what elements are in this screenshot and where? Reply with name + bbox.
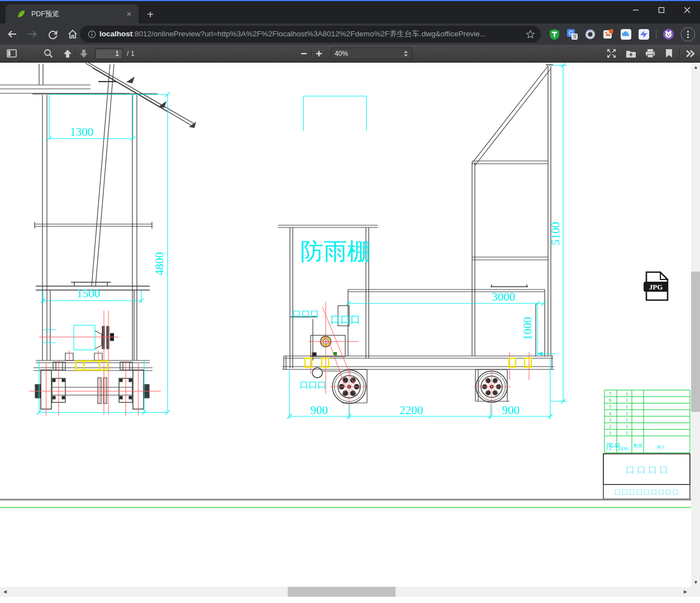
dim-900-right: 900 bbox=[502, 403, 520, 417]
next-page-button[interactable] bbox=[79, 47, 88, 60]
bom-row-qty: 1 bbox=[626, 404, 628, 410]
tampermonkey-extension-icon[interactable] bbox=[549, 29, 560, 40]
url-text: localhost:8012/onlinePreview?url=http%3A… bbox=[99, 29, 522, 39]
bird-extension-icon[interactable] bbox=[638, 29, 650, 40]
site-info-icon[interactable] bbox=[88, 30, 96, 39]
shed-label: 防雨棚 bbox=[300, 239, 370, 264]
new-tab-button[interactable]: + bbox=[143, 8, 158, 22]
pdf-viewer-toolbar: / 1 40% bbox=[0, 45, 700, 63]
print-button[interactable] bbox=[645, 47, 655, 60]
bom-row-no: 3 bbox=[609, 417, 612, 422]
scroll-right-arrow[interactable]: ► bbox=[683, 589, 688, 595]
maximize-button[interactable] bbox=[649, 1, 674, 19]
jpg-badge-label: JPG bbox=[649, 283, 663, 291]
page-number-input[interactable] bbox=[95, 48, 123, 59]
dim-1300: 1300 bbox=[70, 125, 93, 139]
component-label-1: 口口口 bbox=[292, 309, 319, 319]
extensions-row: G bbox=[549, 26, 696, 42]
bom-row-no: 5 bbox=[609, 404, 612, 410]
spring-leaf-favicon bbox=[17, 10, 26, 18]
dim-1500: 1500 bbox=[77, 287, 100, 300]
dim-4800: 4800 bbox=[153, 252, 166, 276]
tab-pdf-preview[interactable]: PDF预览 × bbox=[6, 4, 139, 23]
browser-menu-button[interactable] bbox=[680, 29, 696, 40]
vertical-scrollbar[interactable]: ▲ ▼ bbox=[691, 63, 700, 587]
dim-2200: 2200 bbox=[399, 403, 423, 417]
url-bar[interactable]: localhost:8012/onlinePreview?url=http%3A… bbox=[80, 26, 541, 42]
find-button[interactable] bbox=[44, 47, 53, 60]
sidebar-toggle-button[interactable] bbox=[7, 47, 17, 60]
bom-row-no: 2 bbox=[609, 424, 612, 429]
horizontal-scroll-thumb[interactable] bbox=[288, 587, 396, 597]
previous-page-button[interactable] bbox=[63, 47, 72, 60]
home-button[interactable] bbox=[65, 26, 80, 42]
component-label-3: 口口口 bbox=[299, 380, 326, 390]
dim-1000: 1000 bbox=[521, 317, 534, 340]
bom-row-no: 7 bbox=[609, 391, 612, 397]
bookmark-button[interactable] bbox=[665, 47, 673, 60]
zoom-in-button[interactable] bbox=[315, 47, 323, 60]
dim-3000: 3000 bbox=[492, 290, 515, 303]
tab-strip: PDF预览 × + bbox=[0, 1, 700, 23]
window-controls bbox=[623, 1, 700, 20]
close-window-button[interactable] bbox=[674, 1, 700, 19]
drawing-footer-text: 口口口口口口口口口 bbox=[615, 488, 680, 496]
bom-row-no: 6 bbox=[609, 397, 612, 403]
tab-close-icon[interactable]: × bbox=[124, 9, 134, 19]
toolbar-separator bbox=[679, 49, 680, 58]
presentation-mode-button[interactable] bbox=[607, 47, 616, 60]
tab-title: PDF预览 bbox=[31, 10, 124, 19]
bom-row-qty: 1 bbox=[626, 391, 628, 397]
jpg-file-icon: JPG bbox=[644, 272, 668, 300]
browser-toolbar: localhost:8012/onlinePreview?url=http%3A… bbox=[0, 23, 700, 45]
component-label-2: 口口口 bbox=[330, 314, 360, 325]
bom-header-name: 名称 bbox=[620, 447, 628, 451]
dim-5100: 5100 bbox=[549, 222, 562, 245]
cad-drawing: 1300 4800 1500 5100 3000 1000 900 2200 9… bbox=[0, 63, 691, 587]
scroll-down-arrow[interactable]: ▼ bbox=[693, 580, 698, 585]
url-host: localhost bbox=[99, 30, 132, 38]
ring-extension-icon[interactable] bbox=[584, 29, 596, 40]
zoom-out-button[interactable] bbox=[300, 47, 308, 60]
bom-header-no: 序号 bbox=[606, 442, 621, 451]
bom-row-qty: 1 bbox=[626, 424, 628, 429]
bom-row-no: 4 bbox=[609, 411, 612, 416]
scrollbar-corner bbox=[691, 587, 700, 597]
toolbar-separator bbox=[311, 49, 312, 58]
open-file-button[interactable] bbox=[626, 47, 636, 60]
cloud-extension-icon[interactable] bbox=[620, 29, 632, 40]
zoom-select[interactable]: 40% bbox=[331, 48, 412, 59]
dim-900-left: 900 bbox=[310, 403, 328, 417]
vertical-scroll-thumb[interactable] bbox=[691, 272, 700, 412]
profile-avatar[interactable] bbox=[663, 29, 674, 40]
forward-button[interactable] bbox=[25, 26, 40, 42]
back-button[interactable] bbox=[4, 26, 20, 42]
translate-extension-icon[interactable]: G bbox=[566, 29, 578, 40]
bom-row-qty: 1 bbox=[626, 417, 628, 422]
drawing-title-text: 口口口口 bbox=[626, 465, 670, 474]
horizontal-scrollbar[interactable]: ◄ ► bbox=[0, 587, 691, 597]
browser-window: PDF预览 × + bbox=[0, 0, 700, 603]
bom-header-qty: 数量 bbox=[634, 443, 642, 448]
url-path: :8012/onlinePreview?url=http%3A%2F%2Floc… bbox=[132, 30, 486, 38]
scroll-up-arrow[interactable]: ▲ bbox=[693, 65, 698, 69]
zoom-value: 40% bbox=[335, 50, 403, 58]
scroll-left-arrow[interactable]: ◄ bbox=[2, 589, 8, 595]
bookmark-star-icon[interactable] bbox=[526, 30, 535, 39]
bom-row-qty: 1 bbox=[626, 411, 628, 416]
bom-header-note: 备注 bbox=[657, 444, 665, 449]
select-spinner-icon bbox=[403, 50, 408, 57]
pdf-page-view: 1300 4800 1500 5100 3000 1000 900 2200 9… bbox=[0, 63, 700, 603]
reload-button[interactable] bbox=[45, 26, 60, 42]
page-count-label: / 1 bbox=[127, 50, 135, 58]
bom-row-no: 1 bbox=[609, 430, 612, 436]
bom-row-qty: 1 bbox=[626, 430, 628, 436]
toolbar-separator bbox=[75, 49, 76, 58]
image-grabber-extension-icon[interactable] bbox=[602, 29, 614, 40]
minimize-button[interactable] bbox=[623, 1, 649, 19]
more-tools-button[interactable] bbox=[685, 47, 696, 60]
bom-row-qty: 1 bbox=[626, 397, 628, 403]
toolbar-separator bbox=[656, 29, 656, 39]
